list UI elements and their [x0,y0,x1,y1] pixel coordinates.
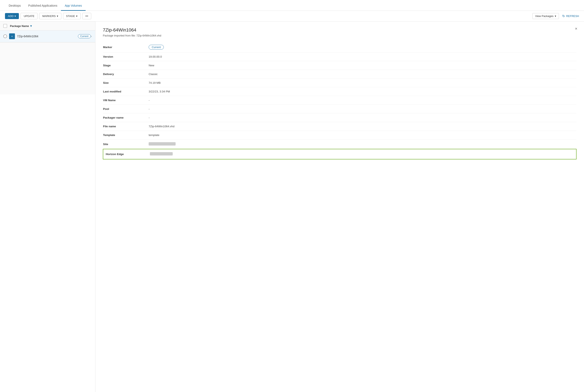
template-value: template [149,131,576,140]
more-button[interactable]: ••• [82,13,92,19]
markers-button[interactable]: MARKERS ▾ [39,13,61,19]
site-label: Site [103,140,149,149]
horizon-edge-value [149,149,576,159]
site-value [149,140,576,149]
tab-app-volumes[interactable]: App Volumes [61,1,86,11]
delivery-row: Delivery Classic [103,70,576,78]
marker-label: Marker [103,42,149,52]
refresh-label: REFRESH [566,14,579,18]
marker-badge: Current [149,45,164,50]
horizon-edge-masked-value [150,152,173,156]
file-name-row: File name 7Zip-64Win1064.vhd [103,122,576,131]
stage-value: New [149,61,576,70]
horizon-edge-row: Horizon Edge [103,149,576,159]
tab-desktops[interactable]: Desktops [5,1,24,11]
current-badge: Current [78,34,91,38]
update-button[interactable]: UPDATE [20,13,38,19]
arrow-right-icon: › [91,34,92,38]
toolbar-right: View Packages ▾ ↻ REFRESH [532,13,579,19]
collapse-icon[interactable]: « [9,33,15,39]
template-label: Template [103,131,149,140]
add-chevron-icon: ▾ [14,14,16,18]
update-label: UPDATE [24,14,34,18]
more-label: ••• [86,14,88,18]
marker-value: Current [149,42,576,52]
file-name-value: 7Zip-64Win1064.vhd [149,122,576,131]
select-all-checkbox[interactable] [3,24,7,28]
site-row: Site [103,140,576,149]
file-name-label: File name [103,122,149,131]
view-packages-chevron-icon: ▾ [555,14,556,18]
refresh-icon: ↻ [562,14,565,18]
item-radio[interactable] [3,34,7,38]
size-label: Size [103,78,149,87]
item-name: 7Zip-64Win1064 [17,34,76,38]
toolbar: ADD ▾ UPDATE MARKERS ▾ STAGE ▾ ••• View … [0,11,584,22]
template-row: Template template [103,131,576,140]
pool-value: - [149,105,576,114]
pool-row: Pool - [103,105,576,114]
markers-chevron-icon: ▾ [57,14,58,18]
tab-published-applications[interactable]: Published Applications [24,1,61,11]
packager-name-label: Packager name [103,114,149,122]
top-navigation: Desktops Published Applications App Volu… [0,0,584,11]
vm-name-row: VM Name - [103,96,576,105]
size-value: 74.19 MB [149,78,576,87]
main-content: Package Name ▾ « 7Zip-64Win1064 Current … [0,22,584,392]
delivery-value: Classic [149,70,576,78]
package-name-column-header: Package Name ▾ [10,24,92,28]
refresh-button[interactable]: ↻ REFRESH [562,14,579,18]
last-modified-value: 3/22/23, 3:34 PM [149,87,576,96]
size-row: Size 74.19 MB [103,78,576,87]
packager-name-value: - [149,114,576,122]
last-modified-label: Last modified [103,87,149,96]
markers-label: MARKERS [42,14,56,18]
list-header: Package Name ▾ [0,22,95,30]
version-label: Version [103,52,149,61]
stage-label: Stage [103,61,149,70]
list-panel: Package Name ▾ « 7Zip-64Win1064 Current … [0,22,95,392]
empty-list-area [0,42,95,94]
list-item[interactable]: « 7Zip-64Win1064 Current › [0,30,95,42]
last-modified-row: Last modified 3/22/23, 3:34 PM [103,87,576,96]
delivery-label: Delivery [103,70,149,78]
vm-name-value: - [149,96,576,105]
stage-button[interactable]: STAGE ▾ [63,13,81,19]
horizon-edge-label: Horizon Edge [103,149,149,159]
detail-table: Marker Current Version 19.00.00.0 Stage … [103,42,576,160]
close-button[interactable]: × [573,26,579,32]
view-packages-select[interactable]: View Packages ▾ [532,13,559,19]
stage-label: STAGE [66,14,75,18]
version-value: 19.00.00.0 [149,52,576,61]
version-row: Version 19.00.00.0 [103,52,576,61]
site-masked-value [149,142,176,146]
packager-name-row: Packager name - [103,114,576,122]
vm-name-label: VM Name [103,96,149,105]
stage-row: Stage New [103,61,576,70]
detail-panel: × 7Zip-64Win1064 Package imported from f… [95,22,584,392]
header-checkbox-area [3,24,10,28]
pool-label: Pool [103,105,149,114]
close-icon: × [575,26,577,31]
add-button[interactable]: ADD ▾ [5,13,19,19]
detail-title: 7Zip-64Win1064 [103,27,576,33]
marker-row: Marker Current [103,42,576,52]
detail-subtitle: Package imported from file: 7Zip-64Win10… [103,34,576,37]
stage-chevron-icon: ▾ [76,14,78,18]
add-label: ADD [8,14,14,18]
view-packages-label: View Packages [535,14,554,18]
filter-icon[interactable]: ▾ [30,24,32,28]
